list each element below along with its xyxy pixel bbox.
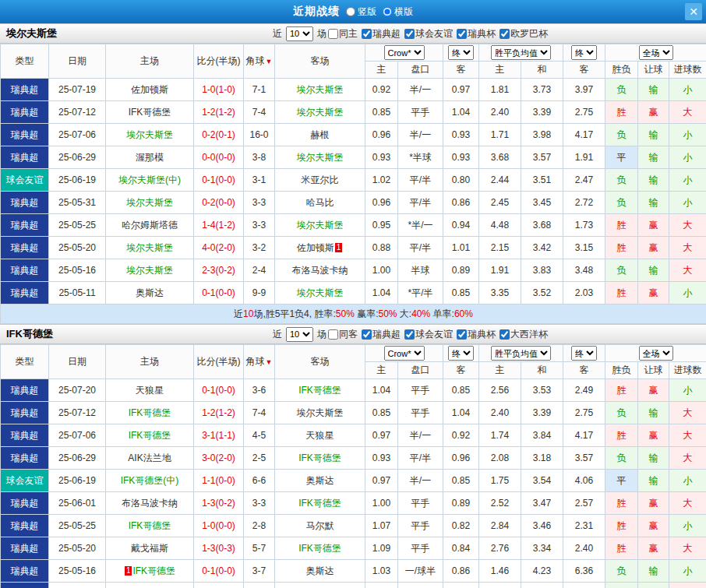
team-link[interactable]: 赫根 [311, 129, 330, 140]
avg-win-cell: 1.71 [479, 124, 521, 146]
team-link[interactable]: 佐加顿斯 [297, 242, 334, 253]
league-checkbox[interactable] [362, 329, 372, 340]
final-avg-select[interactable]: 终 [571, 45, 597, 60]
team-link[interactable]: 天狼星 [136, 385, 164, 396]
away-team-cell: 埃尔夫斯堡 [275, 214, 365, 237]
team-link[interactable]: 布洛马波卡纳 [292, 265, 348, 276]
team-link[interactable]: IFK哥德堡(中) [121, 475, 179, 486]
team-link[interactable]: 埃尔夫斯堡 [297, 84, 344, 95]
avg-win-cell: 2.31 [479, 583, 521, 588]
result-wl-cell: 胜 [605, 282, 638, 305]
league-checkbox[interactable] [404, 329, 415, 340]
recent-count-select[interactable]: 10 [286, 26, 313, 41]
same-venue-checkbox[interactable] [328, 329, 338, 340]
team-link[interactable]: 埃尔夫斯堡 [126, 197, 173, 208]
team-link[interactable]: 米亚尔比 [302, 174, 339, 185]
result-wl-cell: 平 [605, 146, 638, 169]
team-link[interactable]: 天狼星 [306, 430, 334, 441]
team-link[interactable]: 埃尔夫斯堡 [297, 152, 344, 163]
score-cell: 0-1(0-0) [194, 560, 244, 583]
team-link[interactable]: 马尔默 [306, 520, 334, 531]
team-link[interactable]: 埃尔夫斯堡 [297, 220, 344, 231]
team-link[interactable]: 奥斯达 [306, 565, 334, 576]
team-link[interactable]: 埃尔夫斯堡(中) [118, 174, 181, 185]
team-link[interactable]: AIK法兰地 [128, 452, 171, 463]
team-link[interactable]: 奥斯达 [306, 475, 334, 486]
team-link[interactable]: IFK哥德堡 [132, 565, 175, 576]
corner-cell: 7-4 [244, 101, 275, 124]
team-link[interactable]: IFK哥德堡 [129, 430, 171, 441]
odds-home-cell: 0.96 [365, 192, 398, 214]
result-wl-cell: 胜 [605, 515, 638, 537]
team-link[interactable]: 埃尔夫斯堡 [297, 107, 344, 118]
team-link[interactable]: 埃尔夫斯堡 [126, 242, 173, 253]
final-avg-select[interactable]: 终 [571, 346, 597, 361]
team-link[interactable]: IFK哥德堡 [298, 452, 341, 463]
col-type: 类型 [1, 345, 49, 379]
team-link[interactable]: IFK哥德堡 [129, 407, 171, 418]
bookmaker-select[interactable]: Crow* [384, 45, 425, 60]
avg-odds-select[interactable]: 胜平负均值 [491, 45, 551, 60]
team-link[interactable]: 佐加顿斯 [131, 84, 168, 95]
table-row: 瑞典超25-05-31埃尔夫斯堡0-2(0-0)3-3哈马比0.96平/半0.8… [1, 192, 706, 214]
section-header: IFK哥德堡近10场同客瑞典超球会友谊瑞典杯大西洋杯 [0, 324, 706, 344]
league-checkbox[interactable] [499, 29, 510, 39]
summary-segment: 近 [234, 308, 243, 319]
result-wl-cell: 负 [605, 259, 638, 282]
sort-down-icon[interactable]: ▼ [266, 58, 273, 65]
team-link[interactable]: 布洛马波卡纳 [122, 498, 178, 509]
avg-lose-cell: 2.49 [563, 379, 605, 402]
team-link[interactable]: 奥斯达 [136, 287, 164, 298]
handicap-cell: *半球 [398, 146, 443, 169]
team-link[interactable]: 哈马比 [306, 197, 334, 208]
result-goals-cell: 小 [669, 124, 706, 146]
league-checkbox[interactable] [499, 329, 510, 340]
final-odds-select[interactable]: 终 [448, 45, 474, 60]
avg-odds-select[interactable]: 胜平负均值 [491, 346, 551, 361]
col-type: 类型 [1, 44, 49, 79]
team-link[interactable]: IFK哥德堡 [298, 498, 341, 509]
odds-home-cell: 1.00 [365, 492, 398, 515]
same-venue-checkbox[interactable] [328, 29, 338, 39]
layout-radio-vertical[interactable] [346, 7, 355, 16]
score-cell: 1-4(1-2) [194, 214, 244, 237]
result-wl-cell: 平 [605, 470, 638, 492]
league-checkbox[interactable] [362, 29, 372, 39]
team-link[interactable]: IFK哥德堡 [298, 543, 341, 554]
team-link[interactable]: 渥那模 [136, 152, 164, 163]
team-link[interactable]: 哈尔姆斯塔德 [122, 220, 178, 231]
handicap-cell: 半/一 [398, 424, 443, 447]
close-icon[interactable]: ✕ [685, 3, 702, 20]
odds-home-cell: 1.00 [365, 259, 398, 282]
team-link[interactable]: 埃尔夫斯堡 [126, 265, 173, 276]
league-checkbox[interactable] [404, 29, 415, 39]
odds-home-cell: 0.97 [365, 424, 398, 447]
result-handicap-cell: 输 [638, 192, 669, 214]
team-link[interactable]: 埃尔夫斯堡 [297, 407, 344, 418]
avg-win-cell: 3.35 [479, 282, 521, 305]
team-link[interactable]: IFK哥德堡 [298, 385, 341, 396]
team-link[interactable]: 埃尔夫斯堡 [297, 287, 344, 298]
away-team-cell: 埃尔夫斯堡 [275, 402, 365, 424]
scope-select[interactable]: 全场 [639, 45, 673, 60]
result-goals-cell: 小 [669, 282, 706, 305]
date-cell: 25-06-01 [49, 492, 106, 515]
odds-home-cell: 0.95 [365, 214, 398, 237]
league-checkbox[interactable] [457, 329, 467, 340]
handicap-cell: 半/一 [398, 124, 443, 146]
final-odds-select[interactable]: 终 [448, 346, 474, 361]
bookmaker-select[interactable]: Crow* [384, 346, 425, 361]
layout-radio-horizontal[interactable] [383, 7, 392, 16]
avg-lose-cell: 3.15 [563, 237, 605, 259]
league-checkbox[interactable] [457, 29, 467, 39]
team-link[interactable]: IFK哥德堡 [129, 520, 171, 531]
recent-count-select[interactable]: 10 [286, 327, 313, 342]
team-link[interactable]: 戴戈福斯 [131, 543, 168, 554]
sort-down-icon[interactable]: ▼ [266, 358, 273, 366]
team-link[interactable]: 埃尔夫斯堡 [126, 129, 173, 140]
team-link[interactable]: IFK哥德堡 [129, 107, 171, 118]
score-cell: 2-3(0-2) [194, 259, 244, 282]
scope-select[interactable]: 全场 [639, 346, 673, 361]
sub-avg-win: 主 [479, 62, 521, 79]
summary-segment: 赢率: [355, 308, 379, 319]
